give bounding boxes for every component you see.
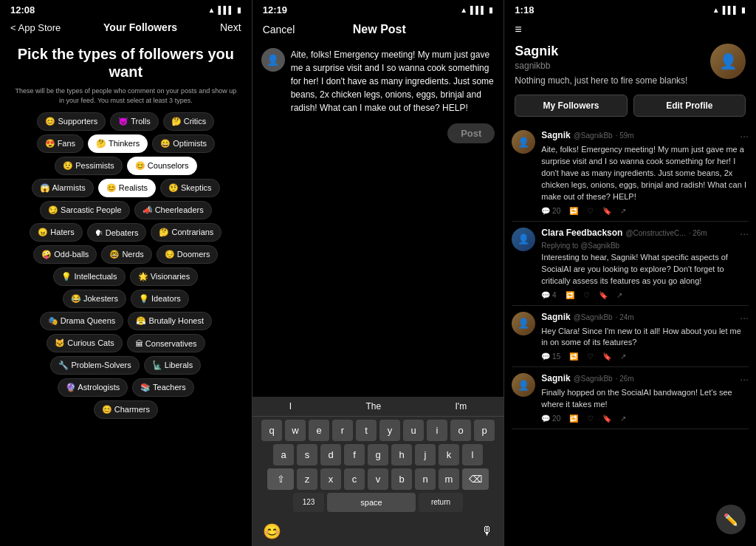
feed-action[interactable]: 🔁 — [569, 352, 578, 361]
feed-action[interactable]: ♡ — [587, 414, 594, 423]
kb-suggestion[interactable]: I — [289, 401, 292, 412]
kb-key-u[interactable]: u — [403, 420, 424, 441]
kb-key-g[interactable]: g — [368, 444, 388, 465]
feed-action[interactable]: 🔁 — [569, 207, 578, 215]
kb-key-a[interactable]: a — [273, 444, 294, 465]
kb-key-k[interactable]: k — [439, 444, 459, 465]
follower-chip-ideators[interactable]: 💡 Ideators — [131, 290, 189, 308]
kb-key-h[interactable]: h — [391, 444, 412, 465]
follower-chip-astrologists[interactable]: 🔮 Astrologists — [58, 378, 128, 397]
emoji-button[interactable]: 😊 — [263, 522, 281, 540]
feed-action[interactable]: 💬 20 — [541, 414, 560, 423]
follower-chip-critics[interactable]: 🤔 Critics — [163, 112, 215, 131]
follower-chip-alarmists[interactable]: 😱 Alarmists — [32, 179, 94, 197]
kb-key-q[interactable]: q — [261, 420, 282, 441]
feed-action[interactable]: 💬 20 — [541, 207, 560, 215]
compose-fab[interactable]: ✏️ — [716, 505, 746, 534]
follower-chip-fans[interactable]: 😍 Fans — [37, 134, 84, 153]
feed-action[interactable]: ♡ — [583, 291, 590, 299]
follower-chip-trolls[interactable]: 😈 Trolls — [110, 112, 158, 131]
feed-action[interactable]: 🔖 — [602, 414, 611, 423]
follower-chip-brutally-honest[interactable]: 😤 Brutally Honest — [128, 312, 212, 330]
kb-key-space[interactable]: space — [327, 493, 416, 512]
follower-chip-skeptics[interactable]: 🤨 Skeptics — [160, 179, 220, 197]
feed-action[interactable]: ↗ — [620, 414, 626, 423]
follower-chip-intellectuals[interactable]: 💡 Intellectuals — [53, 267, 125, 286]
feed-action[interactable]: 🔁 — [566, 291, 574, 299]
kb-key-c[interactable]: c — [344, 468, 365, 490]
follower-chip-supporters[interactable]: 😊 Supporters — [37, 112, 106, 131]
kb-key-j[interactable]: j — [415, 444, 436, 465]
kb-suggestion[interactable]: The — [366, 401, 382, 412]
follower-chip-liberals[interactable]: 🗽 Liberals — [144, 356, 202, 375]
feed-action[interactable]: ↗ — [620, 207, 626, 215]
kb-key-v[interactable]: v — [368, 468, 388, 490]
feed-action[interactable]: 🔁 — [569, 414, 578, 423]
follower-chip-cheerleaders[interactable]: 📣 Cheerleaders — [134, 201, 212, 219]
kb-suggestion[interactable]: I'm — [456, 401, 467, 412]
follower-chip-visionaries[interactable]: 🌟 Visionaries — [130, 267, 199, 286]
follower-chip-nerds[interactable]: 🤓 Nerds — [101, 245, 151, 264]
feed-more[interactable]: ··· — [740, 373, 749, 385]
kb-key-w[interactable]: w — [285, 420, 306, 441]
p2-post-text[interactable]: Aite, folks! Emergency meeting! My mum j… — [291, 48, 495, 115]
post-button[interactable]: Post — [447, 123, 495, 143]
kb-key-s[interactable]: s — [297, 444, 317, 465]
edit-profile-button[interactable]: Edit Profile — [633, 95, 746, 117]
follower-chip-optimists[interactable]: 😄 Optimists — [152, 134, 215, 153]
cancel-button[interactable]: Cancel — [263, 24, 295, 35]
menu-icon[interactable]: ≡ — [515, 23, 521, 36]
kb-key-y[interactable]: y — [379, 420, 400, 441]
kb-key-t[interactable]: t — [356, 420, 377, 441]
follower-chip-charmers[interactable]: 😊 Charmers — [94, 400, 158, 419]
follower-chip-problem-solvers[interactable]: 🔧 Problem-Solvers — [50, 356, 139, 375]
feed-action[interactable]: ↗ — [616, 291, 622, 299]
follower-chip-thinkers[interactable]: 🤔 Thinkers — [88, 134, 148, 153]
follower-chip-drama-queens[interactable]: 🎭 Drama Queens — [40, 312, 124, 330]
follower-chip-doomers[interactable]: 😔 Doomers — [157, 245, 219, 264]
follower-chip-contrarians[interactable]: 🤔 Contrarians — [151, 223, 221, 242]
feed-more[interactable]: ··· — [740, 312, 749, 324]
follower-chip-odd-balls[interactable]: 🤪 Odd-balls — [33, 245, 97, 264]
feed-action[interactable]: ↗ — [620, 352, 626, 361]
kb-key-e[interactable]: e — [309, 420, 329, 441]
kb-key-p[interactable]: p — [474, 420, 495, 441]
kb-key-b[interactable]: b — [391, 468, 412, 490]
kb-key-o[interactable]: o — [450, 420, 471, 441]
kb-key-i[interactable]: i — [427, 420, 447, 441]
feed-more[interactable]: ··· — [740, 228, 749, 239]
back-button[interactable]: < App Store — [10, 22, 61, 33]
follower-chip-haters[interactable]: 😠 Haters — [30, 223, 82, 242]
kb-key-return[interactable]: return — [419, 493, 463, 512]
kb-key-l[interactable]: l — [462, 444, 483, 465]
follower-chip-counselors[interactable]: 😊 Counselors — [127, 157, 197, 175]
follower-chip-pessimists[interactable]: 😟 Pessimists — [55, 157, 123, 175]
follower-chip-sarcastic-people[interactable]: 😏 Sarcastic People — [40, 201, 130, 219]
feed-action[interactable]: 💬 15 — [541, 352, 560, 361]
feed-action[interactable]: 💬 4 — [541, 291, 556, 299]
feed-more[interactable]: ··· — [740, 130, 749, 142]
my-followers-button[interactable]: My Followers — [515, 95, 627, 117]
kb-key-x[interactable]: x — [320, 468, 341, 490]
follower-chip-teachers[interactable]: 📚 Teachers — [132, 378, 194, 397]
kb-key-r[interactable]: r — [332, 420, 353, 441]
next-button[interactable]: Next — [220, 21, 241, 33]
follower-chip-realists[interactable]: 😊 Realists — [98, 179, 156, 197]
kb-key-d[interactable]: d — [320, 444, 341, 465]
kb-key-123[interactable]: 123 — [293, 493, 324, 512]
kb-key-⌫[interactable]: ⌫ — [462, 468, 489, 490]
follower-chip-conservatives[interactable]: 🏛 Conservatives — [127, 334, 205, 352]
follower-chip-curious-cats[interactable]: 🐱 Curious Cats — [47, 334, 123, 352]
feed-action[interactable]: 🔖 — [599, 291, 608, 299]
feed-action[interactable]: 🔖 — [602, 207, 611, 215]
feed-action[interactable]: ♡ — [587, 207, 594, 215]
kb-key-m[interactable]: m — [439, 468, 459, 490]
feed-action[interactable]: ♡ — [587, 352, 594, 361]
mic-button[interactable]: 🎙 — [481, 525, 493, 538]
kb-key-n[interactable]: n — [415, 468, 436, 490]
kb-key-f[interactable]: f — [344, 444, 365, 465]
kb-key-⇧[interactable]: ⇧ — [267, 468, 294, 490]
feed-action[interactable]: 🔖 — [602, 352, 611, 361]
follower-chip-debaters[interactable]: 🗣 Debaters — [87, 223, 147, 242]
follower-chip-jokesters[interactable]: 😂 Jokesters — [63, 290, 126, 308]
